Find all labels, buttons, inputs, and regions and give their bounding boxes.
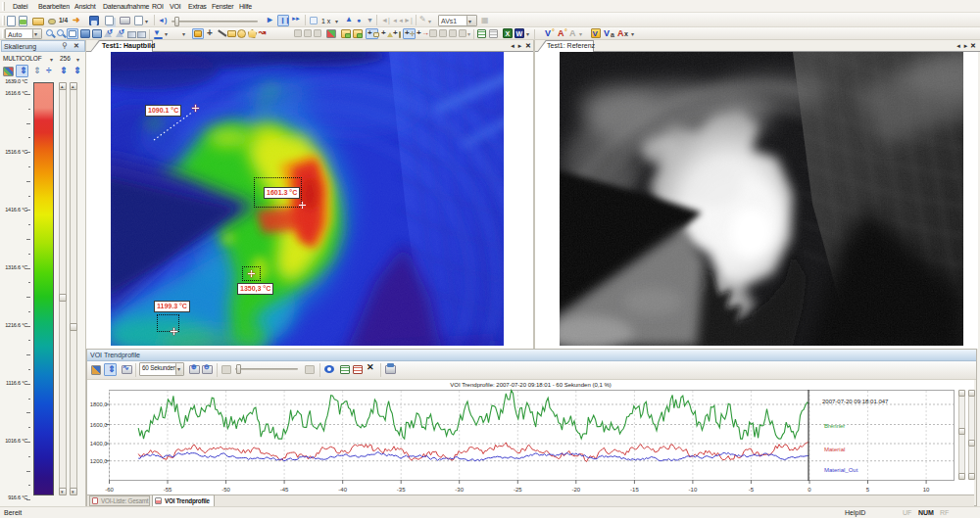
svg-text:-50: -50	[221, 487, 230, 493]
svg-text:5: 5	[866, 487, 870, 493]
svg-text:-60: -60	[105, 487, 114, 493]
svg-text:-15: -15	[630, 487, 639, 493]
svg-text:-35: -35	[397, 487, 406, 493]
svg-text:1200,0: 1200,0	[90, 458, 108, 464]
svg-text:-40: -40	[338, 487, 347, 493]
svg-text:1600,0: 1600,0	[90, 422, 108, 428]
svg-text:-55: -55	[164, 487, 172, 493]
svg-text:-5: -5	[749, 487, 755, 493]
svg-text:Material_Out: Material_Out	[824, 467, 858, 473]
svg-text:-20: -20	[571, 487, 580, 493]
svg-text:-10: -10	[689, 487, 698, 493]
svg-text:-25: -25	[514, 487, 522, 493]
svg-text:1800,0: 1800,0	[90, 401, 108, 407]
svg-text:Material: Material	[824, 447, 845, 452]
svg-text:2007-07-20 09:18:01.047: 2007-07-20 09:18:01.047	[822, 399, 889, 404]
svg-text:1400,0: 1400,0	[90, 441, 108, 447]
svg-text:10: 10	[923, 487, 930, 493]
svg-text:-45: -45	[280, 487, 289, 493]
svg-text:-30: -30	[455, 487, 464, 493]
svg-text:Brenner: Brenner	[824, 423, 845, 429]
svg-text:0: 0	[808, 487, 811, 493]
